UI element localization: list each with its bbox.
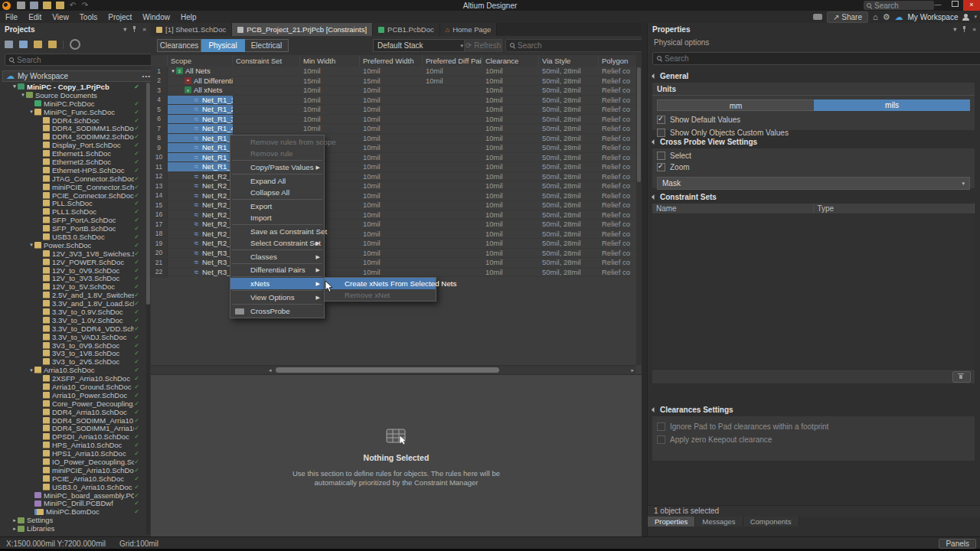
workspace-label[interactable]: My Workspace — [908, 13, 959, 21]
value-cell[interactable]: 10mil — [423, 77, 482, 86]
tree-item[interactable]: DDR4_SODIMM2.SchDoc✓ — [0, 132, 145, 141]
minimize-button[interactable]: — — [929, 0, 946, 11]
value-cell[interactable]: 10mil — [482, 181, 539, 191]
tree-item[interactable]: 3.3V_and_1.8V_Load.SchDoc✓ — [0, 299, 145, 308]
zoom-checkbox[interactable]: Zoom — [657, 163, 970, 171]
table-row[interactable]: 18≈Net_R2_710mil10mil10mil50mil, 28milRe… — [151, 230, 642, 240]
user-menu-caret-icon[interactable]: ▾ — [974, 14, 977, 20]
compile-icon[interactable] — [19, 41, 28, 48]
column-header[interactable]: Clearance — [482, 55, 539, 67]
value-cell[interactable]: 50mil, 28mil — [539, 191, 599, 201]
table-row[interactable]: 4≈Net_R1_110mil10mil10mil50mil, 28milRel… — [151, 96, 642, 106]
undo-icon[interactable]: ↶ — [68, 2, 77, 9]
share-button[interactable]: ↗Share — [827, 11, 868, 23]
tree-item[interactable]: Ethernet2.SchDoc✓ — [0, 158, 145, 166]
value-cell[interactable]: 15mil — [360, 77, 423, 86]
tree-item[interactable]: 3.3V_to_0.9V.SchDoc✓ — [0, 308, 145, 316]
menu-item-view-options[interactable]: View Options▶ — [230, 292, 324, 303]
menu-item-xnets[interactable]: xNets▶ — [230, 278, 324, 289]
tree-item[interactable]: 12V_to_5V.SchDoc✓ — [0, 282, 145, 291]
column-header[interactable]: Constraint Set — [233, 55, 300, 67]
menu-item-import[interactable]: Import — [230, 212, 324, 223]
view-tab-electrical[interactable]: Electrical — [245, 39, 289, 52]
value-cell[interactable]: 10mil — [482, 143, 539, 152]
value-cell[interactable]: Relief co — [599, 181, 642, 191]
value-cell[interactable] — [423, 201, 482, 210]
scope-cell[interactable]: ≈Net_R2_6 — [168, 220, 233, 229]
constraint-set-cell[interactable] — [233, 96, 300, 105]
tree-item[interactable]: SFP_PortB.SchDoc✓ — [0, 224, 145, 233]
tree-item[interactable]: MiniPC.BomDoc✓ — [0, 507, 145, 516]
project-settings-icon[interactable] — [70, 39, 80, 50]
section-constraint-sets[interactable]: Constraint Sets — [652, 193, 717, 201]
properties-search-input[interactable] — [665, 54, 979, 63]
value-cell[interactable]: 50mil, 28mil — [539, 86, 599, 95]
value-cell[interactable]: 10mil — [482, 201, 539, 210]
save-project-icon[interactable] — [5, 41, 13, 48]
value-cell[interactable]: 10mil — [300, 86, 360, 95]
value-cell[interactable]: 10mil — [482, 105, 539, 114]
column-header[interactable]: Preferred Diff Pair Gap — [423, 55, 482, 67]
scope-cell[interactable]: ≈Net_R2_5 — [168, 210, 233, 220]
open-project-icon[interactable] — [56, 2, 64, 9]
close-button[interactable]: × — [963, 0, 980, 11]
menu-item-collapse-all[interactable]: Collapse All — [230, 187, 324, 198]
close-icon[interactable]: × — [972, 26, 976, 33]
value-cell[interactable]: Relief co — [599, 249, 642, 258]
value-cell[interactable]: Relief co — [599, 162, 642, 171]
tree-item[interactable]: JTAG_Connector.SchDoc✓ — [0, 174, 145, 183]
table-row[interactable]: 15≈Net_R2_410mil10mil10mil50mil, 28milRe… — [151, 201, 642, 210]
stack-selector[interactable]: Default Stack ▾ — [373, 39, 468, 52]
scope-cell[interactable]: ≈Net_R3_1 — [168, 249, 233, 258]
menu-edit[interactable]: Edit — [23, 13, 47, 21]
tree-item[interactable]: 3.3V_to_DDR4_VDD.SchDoc✓ — [0, 324, 145, 333]
value-cell[interactable]: 10mil — [360, 105, 423, 114]
menu-item-differential-pairs[interactable]: Differential Pairs▶ — [230, 264, 324, 276]
value-cell[interactable]: 10mil — [482, 86, 539, 95]
value-cell[interactable]: Relief co — [599, 134, 642, 143]
table-row[interactable]: 10≈Net_R1_710mil10mil10mil50mil, 28milRe… — [151, 153, 642, 163]
value-cell[interactable]: 10mil — [482, 268, 539, 277]
value-cell[interactable]: 10mil — [360, 210, 423, 220]
delete-constraint-set-button[interactable] — [952, 371, 971, 383]
tree-item[interactable]: 2.5V_and_1.8V_Switches.SchDoc✓ — [0, 291, 145, 299]
value-cell[interactable]: 10mil — [482, 96, 539, 105]
tree-item[interactable]: Ethernet1.SchDoc✓ — [0, 149, 145, 158]
value-cell[interactable]: 50mil, 28mil — [539, 210, 599, 220]
value-cell[interactable] — [423, 249, 482, 258]
table-row[interactable]: 1▾≡All Nets10mil10mil10mil10mil50mil, 28… — [151, 67, 642, 77]
menu-item-expand-all[interactable]: Expand All — [230, 175, 324, 187]
menu-item-crossprobe[interactable]: CrossProbe — [230, 305, 324, 317]
value-cell[interactable]: 15mil — [300, 77, 360, 86]
panel-tab-properties[interactable]: Properties — [648, 517, 695, 527]
value-cell[interactable]: 10mil — [360, 86, 423, 95]
value-cell[interactable]: 10mil — [360, 143, 423, 152]
apply-zero-keepout-checkbox[interactable]: Apply zero Keepout clearance — [657, 435, 970, 444]
tree-item[interactable]: MiniPC.PcbDoc✓ — [0, 99, 145, 108]
select-checkbox[interactable]: Select — [657, 152, 970, 160]
gear-icon[interactable]: ⚙ — [883, 11, 890, 22]
scope-cell[interactable]: ≈Net_R2_1 — [168, 172, 233, 181]
column-header[interactable]: Min Width — [300, 55, 360, 67]
scope-cell[interactable]: ≈Net_R2_8 — [168, 239, 233, 248]
value-cell[interactable] — [423, 181, 482, 191]
table-row[interactable]: 5≈Net_R1_210mil10mil10mil50mil, 28milRel… — [151, 105, 642, 115]
panels-button[interactable]: Panels — [939, 539, 976, 549]
view-tab-clearances[interactable]: Clearances — [157, 39, 201, 52]
tree-item[interactable]: DPSDI_Arria10.SchDoc✓ — [0, 432, 145, 441]
value-cell[interactable] — [423, 239, 482, 248]
value-cell[interactable]: 10mil — [300, 96, 360, 105]
value-cell[interactable]: 50mil, 28mil — [539, 268, 599, 277]
menu-view[interactable]: View — [47, 13, 74, 21]
projects-scrollbar[interactable] — [146, 83, 150, 535]
tree-item[interactable]: Core_Power_Decoupling.SchDoc✓ — [0, 399, 145, 408]
value-cell[interactable] — [423, 220, 482, 229]
tree-item[interactable]: Arria10_Power.SchDoc✓ — [0, 391, 145, 399]
scroll-right-icon[interactable]: ▸ — [631, 367, 634, 373]
value-cell[interactable]: 10mil — [360, 201, 423, 210]
value-cell[interactable] — [423, 124, 482, 133]
menu-help[interactable]: Help — [175, 13, 202, 21]
scope-cell[interactable]: =All Differential Pairs — [168, 77, 233, 86]
tree-item[interactable]: MiniPC_Drill.PCBDwf✓ — [0, 500, 145, 508]
value-cell[interactable]: 10mil — [360, 220, 423, 229]
